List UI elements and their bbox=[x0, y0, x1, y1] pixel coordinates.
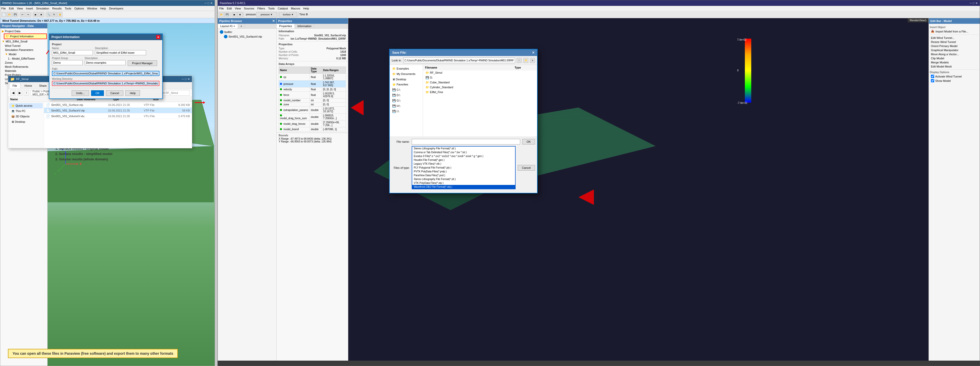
stop-btn[interactable]: ■ bbox=[39, 12, 44, 17]
pv-play-btn[interactable]: ▶ bbox=[232, 12, 237, 17]
ft-stl2[interactable]: Stereo Lithography File Format(*.stl ) bbox=[412, 177, 515, 181]
pv-menu-edit[interactable]: Edit bbox=[227, 7, 232, 10]
look-in-new[interactable]: 📁 bbox=[523, 58, 528, 63]
exp-maximize[interactable]: □ bbox=[185, 78, 186, 81]
save-file-eiffel[interactable]: 📁 Eiffel_Fine bbox=[423, 90, 537, 95]
menu-simulation[interactable]: Simulation bbox=[36, 7, 49, 10]
nav-zones[interactable]: Zones bbox=[4, 60, 47, 65]
pv-menu-macros[interactable]: Macros bbox=[291, 7, 300, 10]
save-sidebar-c[interactable]: 💾 C:\ bbox=[391, 87, 422, 92]
data-array-row-3[interactable]: force float [-16105.5, 42976.9] bbox=[279, 92, 346, 99]
save-sidebar-examples[interactable]: 📁 Examples bbox=[391, 66, 422, 72]
show-model-checkbox[interactable] bbox=[931, 79, 934, 82]
tab-properties[interactable]: Properties bbox=[277, 24, 295, 29]
menu-view[interactable]: View bbox=[17, 7, 23, 10]
file-row-3[interactable]: 📄 Sim001_V01_VolumeV.vtu 16.06.2021 21:3… bbox=[44, 113, 192, 119]
data-array-row-2[interactable]: velocity float [0, [0, [0, 0] bbox=[279, 88, 346, 92]
render-view[interactable]: RenderView1 bbox=[348, 18, 929, 361]
save-filename-input[interactable] bbox=[412, 139, 520, 145]
save-sidebar-h[interactable]: 💾 H:\ bbox=[391, 103, 422, 109]
filetype-list[interactable]: Stereo Lithography File Format(*.stl ) C… bbox=[412, 146, 515, 189]
exp-tab-file[interactable]: File bbox=[9, 83, 21, 89]
menu-help[interactable]: Help bbox=[100, 7, 106, 10]
forward-btn[interactable]: ▶ bbox=[17, 90, 22, 95]
ft-ply[interactable]: PLY Polygonal File Format(*.ply ) bbox=[412, 166, 515, 170]
pv-save-btn[interactable]: 💾 bbox=[224, 12, 229, 17]
pv-menu-filters[interactable]: Filters bbox=[258, 7, 265, 10]
data-array-row-4[interactable]: model_number int [0, 0] bbox=[279, 99, 346, 103]
units-btn[interactable]: Units... bbox=[72, 90, 89, 96]
show-model-btn[interactable]: Show Model bbox=[930, 78, 979, 83]
ft-pvtp[interactable]: PVTK PolyData Files(*.pvtp ) bbox=[412, 170, 515, 173]
save-cancel-btn[interactable]: Cancel bbox=[518, 165, 535, 170]
data-array-row-1[interactable]: pressure float [-742.587, 617.665] bbox=[279, 81, 346, 88]
dialog-close-btn[interactable]: ✕ bbox=[156, 35, 160, 39]
activate-wind-tunnel-btn[interactable]: Activate Wind Tunnel bbox=[930, 74, 979, 78]
file-row-2[interactable]: 📄 Sim001_V01_SurfaceV.vtp 16.06.2021 21:… bbox=[44, 108, 192, 113]
save-file-cube[interactable]: 📁 Cube_Standard bbox=[423, 80, 537, 85]
menu-file[interactable]: File bbox=[1, 7, 6, 10]
desc-input[interactable] bbox=[95, 50, 146, 55]
tab-add[interactable]: + bbox=[238, 24, 245, 29]
resize-wind-tunnel-btn[interactable]: Resize Wind Tunnel bbox=[930, 40, 979, 44]
ft-houdini[interactable]: Houdini File Format(*.geo ) bbox=[412, 158, 515, 162]
look-in-list[interactable]: ≡ bbox=[530, 58, 535, 63]
ft-csv[interactable]: Comma or Tab Delimited Files(*.csv *.tsv… bbox=[412, 150, 515, 154]
file-row-1[interactable]: 📄 Sim001_V01_Surface.vtp 16.06.2021 21:3… bbox=[44, 102, 192, 108]
merge-models-btn[interactable]: Merge Models bbox=[930, 60, 979, 64]
save-sidebar-mydocs[interactable]: 📁 My Documents bbox=[391, 72, 422, 77]
undo-btn[interactable]: ↩ bbox=[20, 12, 25, 17]
menu-options[interactable]: Options bbox=[75, 7, 84, 10]
orient-model-btn[interactable]: Orient Primary Model bbox=[930, 44, 979, 48]
pv-minimize[interactable]: ─ bbox=[970, 2, 972, 5]
exp-minimize[interactable]: ─ bbox=[182, 78, 184, 81]
name-input[interactable] bbox=[52, 50, 93, 55]
nav-project-info[interactable]: 📁 Project Information bbox=[4, 33, 47, 39]
close-btn[interactable]: ✕ bbox=[210, 2, 213, 5]
gfx-manip-btn[interactable]: Graphical Manipulator bbox=[930, 48, 979, 52]
menu-developers[interactable]: Developers bbox=[109, 7, 123, 10]
zoom-btn[interactable]: 🔍 bbox=[46, 12, 51, 17]
nav-wind-tunnel[interactable]: Wind Tunnel bbox=[4, 44, 47, 48]
edit-wind-tunnel-btn[interactable]: Edit Wind Tunnel... bbox=[930, 36, 979, 40]
group-desc-input[interactable] bbox=[85, 60, 126, 65]
pv-maximize[interactable]: □ bbox=[972, 2, 974, 5]
save-sidebar-d[interactable]: 💾 D:\ bbox=[391, 92, 422, 98]
exp-tab-home[interactable]: Home bbox=[21, 83, 35, 88]
redo-btn[interactable]: ↪ bbox=[25, 12, 31, 17]
menu-insert[interactable]: Insert bbox=[26, 7, 33, 10]
pv-pressure-select[interactable]: pressure ▼ bbox=[256, 12, 277, 17]
ft-stl[interactable]: Stereo Lithography File Format(*.stl ) bbox=[412, 146, 515, 150]
nav-materials[interactable]: Materials bbox=[4, 69, 47, 73]
pipeline-item-builtin[interactable]: builtin: bbox=[219, 30, 275, 34]
data-array-row-7[interactable]: model_drag_force_sum double [-266815, 7.… bbox=[279, 113, 346, 121]
exp-close[interactable]: ✕ bbox=[188, 78, 190, 81]
pv-menu-file[interactable]: File bbox=[219, 7, 224, 10]
save-sidebar-i[interactable]: 💾 I:\ bbox=[391, 109, 422, 114]
tab-layout1[interactable]: Layout #1 × bbox=[218, 24, 238, 29]
data-array-row-0[interactable]: cp float [-1.32016, 1.09807] bbox=[279, 74, 346, 81]
save-sidebar-desktop[interactable]: 🖥 Desktop bbox=[391, 77, 422, 82]
maximize-btn[interactable]: □ bbox=[207, 2, 209, 5]
exp-tab-share[interactable]: Share bbox=[36, 83, 49, 88]
look-in-path-input[interactable] bbox=[403, 57, 515, 63]
clip-model-btn[interactable]: Clip Model bbox=[930, 56, 979, 60]
sidebar-this-pc[interactable]: 💻 This PC bbox=[9, 108, 43, 114]
rotate-btn[interactable]: ↻ bbox=[52, 12, 57, 17]
cancel-btn[interactable]: Cancel bbox=[106, 90, 123, 96]
pv-menu-sources[interactable]: Sources bbox=[244, 7, 254, 10]
sidebar-desktop[interactable]: 🖥 Desktop bbox=[9, 119, 43, 124]
data-array-row-5[interactable]: zone int [0, 0] bbox=[279, 103, 346, 107]
run-btn[interactable]: ▶ bbox=[33, 12, 38, 17]
sidebar-quick-access[interactable]: ⭐ Quick access bbox=[9, 103, 43, 108]
nav-model[interactable]: ▼ Model bbox=[4, 52, 47, 57]
data-array-row-6[interactable]: extrapolation_params double [-10.1672, 1… bbox=[279, 107, 346, 113]
pv-menu-view[interactable]: View bbox=[235, 7, 241, 10]
ft-vtk[interactable]: Legacy VTK Files(*.vtk ) bbox=[412, 162, 515, 166]
data-array-row-8[interactable]: model_drag_forces double [7.25692e+06, 7… bbox=[279, 121, 346, 127]
pipeline-item-surface[interactable]: Sim001_V01_SurfaceV.vtp bbox=[223, 34, 275, 39]
save-file-rf-simul[interactable]: 📁 RF_Simul bbox=[423, 70, 537, 75]
save-ok-btn[interactable]: OK bbox=[522, 139, 535, 145]
data-array-row-9[interactable]: model_itransf double [-387086, 1] bbox=[279, 127, 346, 132]
up-btn[interactable]: ↑ bbox=[24, 90, 29, 95]
